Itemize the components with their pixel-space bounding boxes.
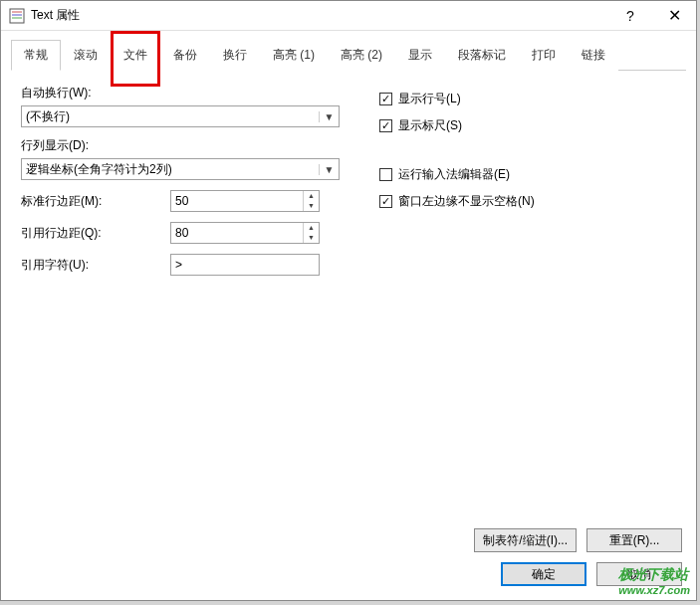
- close-button[interactable]: ✕: [652, 1, 696, 30]
- quote-char-value: >: [175, 258, 182, 272]
- svg-rect-0: [10, 9, 24, 23]
- checkbox-icon: [379, 93, 392, 105]
- titlebar-right: ? ✕: [608, 1, 696, 30]
- tab-scroll[interactable]: 滚动: [61, 40, 111, 71]
- run-ime-label: 运行输入法编辑器(E): [398, 166, 510, 183]
- ok-button[interactable]: 确定: [501, 562, 586, 586]
- quote-margin-label: 引用行边距(Q):: [21, 225, 170, 242]
- help-button[interactable]: ?: [608, 1, 652, 30]
- form-area: 自动换行(W): (不换行) ▼ 行列显示(D): 逻辑坐标(全角字符计为2列)…: [11, 71, 686, 286]
- tab-highlight2[interactable]: 高亮 (2): [328, 40, 395, 71]
- left-edge-blank-checkbox[interactable]: 窗口左边缘不显示空格(N): [379, 193, 676, 210]
- tab-display[interactable]: 显示: [395, 40, 445, 71]
- window-title: Text 属性: [31, 7, 80, 24]
- app-icon: [9, 8, 25, 24]
- bottom-footer: 确定 取消: [11, 558, 686, 590]
- show-ruler-label: 显示标尺(S): [398, 117, 462, 134]
- quote-char-input[interactable]: >: [170, 254, 320, 276]
- std-margin-value: 50: [171, 194, 303, 208]
- spinner-down-icon[interactable]: ▼: [304, 201, 319, 211]
- reset-button[interactable]: 重置(R)...: [586, 528, 682, 552]
- dialog-window: Text 属性 ? ✕ 常规 滚动 文件 备份 换行 高亮 (1) 高亮 (2)…: [0, 0, 697, 601]
- run-ime-checkbox[interactable]: 运行输入法编辑器(E): [379, 166, 676, 183]
- checkbox-icon: [379, 119, 392, 132]
- checkbox-icon: [379, 168, 392, 181]
- spinner-buttons: ▲ ▼: [303, 191, 319, 211]
- tab-link[interactable]: 链接: [569, 40, 618, 71]
- rowcol-label: 行列显示(D):: [21, 137, 350, 154]
- content-area: 常规 滚动 文件 备份 换行 高亮 (1) 高亮 (2) 显示 段落标记 打印 …: [1, 31, 696, 600]
- tab-print[interactable]: 打印: [519, 40, 569, 71]
- left-column: 自动换行(W): (不换行) ▼ 行列显示(D): 逻辑坐标(全角字符计为2列)…: [21, 85, 350, 286]
- tab-general[interactable]: 常规: [11, 40, 61, 71]
- left-edge-blank-label: 窗口左边缘不显示空格(N): [398, 193, 535, 210]
- tab-file[interactable]: 文件: [111, 40, 160, 71]
- autowrap-value: (不换行): [26, 108, 70, 125]
- show-ruler-checkbox[interactable]: 显示标尺(S): [379, 117, 676, 134]
- spinner-down-icon[interactable]: ▼: [304, 233, 319, 243]
- spinner-up-icon[interactable]: ▲: [304, 223, 319, 233]
- titlebar: Text 属性 ? ✕: [1, 1, 696, 31]
- tab-highlight1[interactable]: 高亮 (1): [260, 40, 328, 71]
- spinner-up-icon[interactable]: ▲: [304, 191, 319, 201]
- show-linenum-checkbox[interactable]: 显示行号(L): [379, 91, 676, 107]
- rowcol-combo[interactable]: 逻辑坐标(全角字符计为2列) ▼: [21, 158, 340, 180]
- autowrap-combo[interactable]: (不换行) ▼: [21, 105, 340, 127]
- tabs-indent-button[interactable]: 制表符/缩进(I)...: [474, 528, 577, 552]
- cancel-button[interactable]: 取消: [596, 562, 682, 586]
- std-margin-label: 标准行边距(M):: [21, 193, 170, 210]
- chevron-down-icon: ▼: [319, 111, 335, 122]
- tab-paragraph[interactable]: 段落标记: [445, 40, 519, 71]
- tab-bar: 常规 滚动 文件 备份 换行 高亮 (1) 高亮 (2) 显示 段落标记 打印 …: [11, 39, 686, 71]
- spinner-buttons: ▲ ▼: [303, 223, 319, 243]
- tab-backup[interactable]: 备份: [160, 40, 210, 71]
- chevron-down-icon: ▼: [319, 164, 335, 175]
- quote-margin-spinner[interactable]: 80 ▲ ▼: [170, 222, 320, 244]
- quote-margin-value: 80: [171, 226, 303, 240]
- quote-char-label: 引用字符(U):: [21, 257, 170, 274]
- checkbox-icon: [379, 195, 392, 208]
- autowrap-label: 自动换行(W):: [21, 85, 350, 101]
- tab-wrap[interactable]: 换行: [210, 40, 260, 71]
- titlebar-left: Text 属性: [9, 7, 80, 24]
- mid-footer: 制表符/缩进(I)... 重置(R)...: [11, 518, 686, 558]
- std-margin-spinner[interactable]: 50 ▲ ▼: [170, 190, 320, 212]
- right-column: 显示行号(L) 显示标尺(S) 运行输入法编辑器(E) 窗口左边缘不显示空格(N…: [379, 85, 676, 286]
- show-linenum-label: 显示行号(L): [398, 91, 461, 107]
- rowcol-value: 逻辑坐标(全角字符计为2列): [26, 161, 172, 178]
